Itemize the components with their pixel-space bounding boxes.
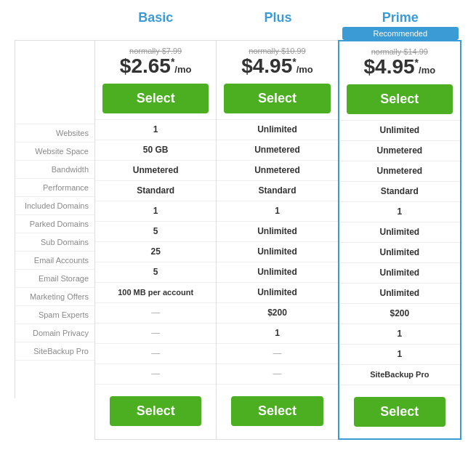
plus-bottom-area: Select bbox=[217, 384, 337, 438]
basic-bottom-area: Select bbox=[95, 384, 216, 438]
label-sub-domains: Sub Domains bbox=[15, 233, 94, 251]
plus-sitebackup-pro: — bbox=[217, 363, 337, 384]
prime-parked-domains: Unlimited bbox=[339, 222, 460, 242]
prime-website-space: Unmetered bbox=[339, 140, 460, 161]
basic-website-space: 50 GB bbox=[95, 140, 216, 160]
prime-email-accounts: Unlimited bbox=[339, 262, 460, 283]
basic-performance: Standard bbox=[95, 180, 216, 201]
plus-select-bottom-button[interactable]: Select bbox=[231, 396, 323, 426]
basic-header: Basic bbox=[94, 7, 217, 40]
plus-plan-name: Plus bbox=[264, 10, 291, 25]
basic-email-storage: 100 MB per account bbox=[95, 282, 216, 302]
basic-sitebackup-pro: — bbox=[95, 363, 216, 384]
label-bandwidth: Bandwidth bbox=[15, 160, 94, 178]
label-column: Websites Website Space Bandwidth Perform… bbox=[15, 40, 94, 440]
basic-select-top-button[interactable]: Select bbox=[102, 84, 209, 113]
label-bottom-spacer bbox=[15, 360, 94, 398]
label-price-spacer bbox=[15, 40, 94, 124]
prime-bandwidth: Unmetered bbox=[339, 161, 460, 181]
prime-marketing-offers: $200 bbox=[339, 303, 460, 324]
label-domain-privacy: Domain Privacy bbox=[15, 324, 94, 342]
label-included-domains: Included Domains bbox=[15, 196, 94, 214]
basic-spam-experts: — bbox=[95, 323, 216, 343]
label-websites: Websites bbox=[15, 124, 94, 142]
plan-headers: Basic Plus Prime Recommended bbox=[94, 7, 461, 40]
basic-bandwidth: Unmetered bbox=[95, 160, 216, 180]
plus-email-accounts: Unlimited bbox=[217, 262, 337, 282]
basic-domain-privacy: — bbox=[95, 343, 216, 363]
basic-websites: 1 bbox=[95, 119, 216, 140]
basic-select-bottom-button[interactable]: Select bbox=[110, 396, 201, 426]
plus-email-storage: Unlimited bbox=[217, 282, 337, 302]
prime-sub-domains: Unlimited bbox=[339, 242, 460, 262]
plus-domain-privacy: — bbox=[217, 343, 337, 363]
pricing-table: Basic Plus Prime Recommended Websites We… bbox=[15, 7, 461, 440]
prime-websites: Unlimited bbox=[339, 120, 460, 140]
table-body: Websites Website Space Bandwidth Perform… bbox=[15, 40, 461, 440]
basic-included-domains: 1 bbox=[95, 201, 216, 221]
basic-plan-name: Basic bbox=[138, 10, 173, 25]
prime-sitebackup-pro: SiteBackup Pro bbox=[339, 364, 460, 385]
label-spam-experts: Spam Experts bbox=[15, 305, 94, 324]
label-sitebackup-pro: SiteBackup Pro bbox=[15, 342, 94, 360]
prime-performance: Standard bbox=[339, 181, 460, 201]
label-email-storage: Email Storage bbox=[15, 269, 94, 287]
label-marketing-offers: Marketing Offers bbox=[15, 287, 94, 305]
plus-header: Plus bbox=[217, 7, 339, 40]
prime-spam-experts: 1 bbox=[339, 324, 460, 344]
plus-spam-experts: 1 bbox=[217, 323, 337, 343]
prime-select-bottom-button[interactable]: Select bbox=[354, 397, 445, 427]
plus-website-space: Unmetered bbox=[217, 140, 337, 160]
basic-parked-domains: 5 bbox=[95, 221, 216, 241]
plus-performance: Standard bbox=[217, 180, 337, 201]
prime-plan-name: Prime bbox=[382, 10, 419, 25]
prime-email-storage: Unlimited bbox=[339, 283, 460, 303]
basic-marketing-offers: — bbox=[95, 302, 216, 323]
recommended-badge: Recommended bbox=[342, 27, 459, 40]
plus-column: normally $10.99 $4.95*/mo Select Unlimit… bbox=[216, 40, 338, 440]
basic-price-area: normally $7.99 $2.65*/mo bbox=[95, 41, 216, 78]
plus-marketing-offers: $200 bbox=[217, 302, 337, 323]
plus-sub-domains: Unlimited bbox=[217, 241, 337, 262]
plus-websites: Unlimited bbox=[217, 119, 337, 140]
prime-column: normally $14.99 $4.95*/mo Select Unlimit… bbox=[338, 40, 461, 440]
prime-included-domains: 1 bbox=[339, 201, 460, 222]
prime-select-top-button[interactable]: Select bbox=[347, 84, 453, 114]
label-email-accounts: Email Accounts bbox=[15, 251, 94, 269]
label-parked-domains: Parked Domains bbox=[15, 214, 94, 233]
plus-price: $4.95*/mo bbox=[221, 55, 333, 78]
prime-price-area: normally $14.99 $4.95*/mo bbox=[339, 41, 460, 79]
prime-domain-privacy: 1 bbox=[339, 344, 460, 364]
prime-price: $4.95*/mo bbox=[344, 56, 456, 79]
prime-header: Prime Recommended bbox=[339, 7, 461, 40]
basic-column: normally $7.99 $2.65*/mo Select 1 50 GB … bbox=[94, 40, 217, 440]
label-website-space: Website Space bbox=[15, 142, 94, 160]
basic-sub-domains: 25 bbox=[95, 241, 216, 262]
plus-included-domains: 1 bbox=[217, 201, 337, 221]
label-performance: Performance bbox=[15, 178, 94, 196]
basic-price: $2.65*/mo bbox=[100, 55, 211, 78]
plus-bandwidth: Unmetered bbox=[217, 160, 337, 180]
basic-email-accounts: 5 bbox=[95, 262, 216, 282]
plus-price-area: normally $10.99 $4.95*/mo bbox=[217, 41, 337, 78]
plus-select-top-button[interactable]: Select bbox=[224, 84, 330, 113]
prime-bottom-area: Select bbox=[339, 385, 460, 438]
plus-parked-domains: Unlimited bbox=[217, 221, 337, 241]
